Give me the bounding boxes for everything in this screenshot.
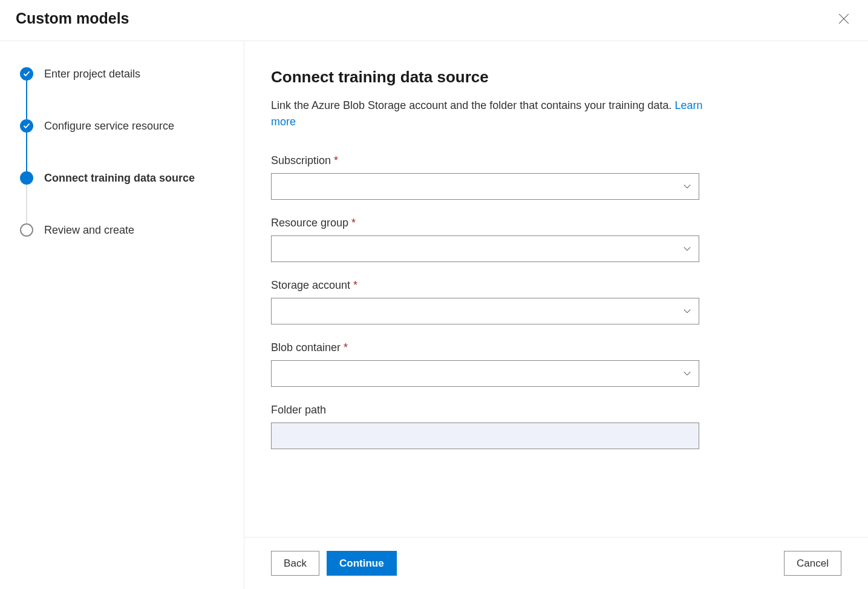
page-header: Custom models [0,0,868,41]
chevron-down-icon [683,369,691,378]
step-label: Enter project details [44,68,140,81]
pending-step-icon [20,223,33,237]
chevron-down-icon [683,245,691,253]
continue-button[interactable]: Continue [327,551,397,576]
resource-group-label: Resource group * [271,217,841,229]
subscription-label: Subscription * [271,154,841,167]
check-circle-icon [20,119,33,133]
step-enter-project-details[interactable]: Enter project details [20,67,228,119]
cancel-button[interactable]: Cancel [784,551,841,576]
current-step-icon [20,171,33,185]
back-button[interactable]: Back [271,551,319,576]
page-title: Custom models [16,10,129,27]
main-title: Connect training data source [271,68,841,87]
close-icon [838,13,849,24]
folder-path-input[interactable] [271,423,699,449]
wizard-sidebar: Enter project details Configure service … [0,41,244,589]
blob-container-label: Blob container * [271,341,841,354]
step-label: Connect training data source [44,172,195,185]
close-button[interactable] [835,10,852,27]
subscription-select[interactable] [271,173,699,200]
step-review-and-create[interactable]: Review and create [20,223,228,237]
check-circle-icon [20,67,33,81]
blob-container-select[interactable] [271,360,699,387]
chevron-down-icon [683,307,691,315]
folder-path-label: Folder path [271,404,841,416]
storage-account-label: Storage account * [271,279,841,292]
main-description: Link the Azure Blob Storage account and … [271,97,706,130]
storage-account-select[interactable] [271,298,699,324]
step-label: Review and create [44,224,134,237]
wizard-footer: Back Continue Cancel [244,537,868,589]
step-label: Configure service resource [44,120,174,133]
step-connect-training-data-source[interactable]: Connect training data source [20,171,228,223]
chevron-down-icon [683,182,691,191]
resource-group-select[interactable] [271,235,699,262]
step-configure-service-resource[interactable]: Configure service resource [20,119,228,171]
